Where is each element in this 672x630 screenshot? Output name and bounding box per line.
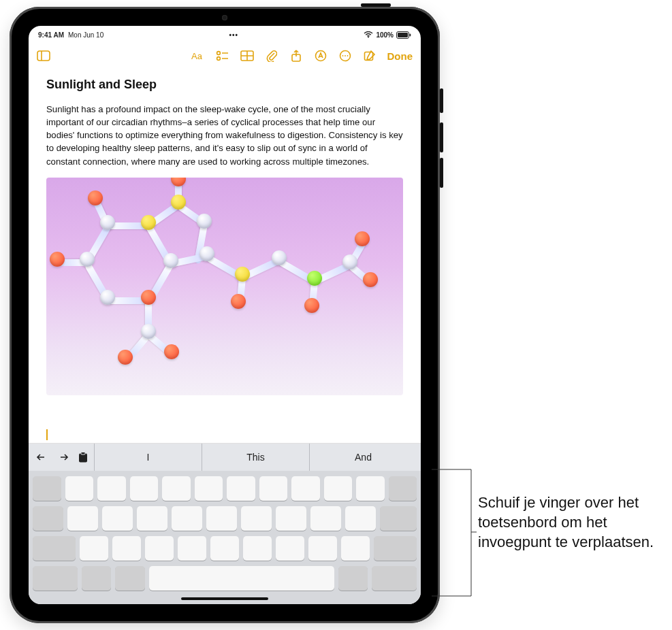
svg-point-0: [368, 37, 369, 38]
blank-key[interactable]: [259, 476, 288, 501]
svg-rect-4: [37, 51, 50, 61]
blank-key[interactable]: [338, 566, 368, 591]
keyboard-keys-area[interactable]: [29, 471, 421, 593]
keyboard-toolbar: I This And: [29, 444, 421, 471]
blank-key[interactable]: [33, 476, 61, 501]
text-cursor: [46, 429, 48, 440]
blank-key[interactable]: [172, 506, 202, 531]
blank-key[interactable]: [341, 536, 370, 561]
blank-key[interactable]: [195, 476, 223, 501]
blank-key[interactable]: [67, 506, 98, 531]
svg-point-9: [217, 57, 220, 61]
blank-key[interactable]: [241, 506, 272, 531]
share-icon[interactable]: [289, 49, 303, 63]
undo-icon[interactable]: [33, 448, 52, 467]
ipad-device: 9:41 AM Mon Jun 10 ••• 100%: [10, 7, 440, 623]
blank-key[interactable]: [112, 536, 141, 561]
blank-key[interactable]: [115, 566, 145, 591]
compose-icon[interactable]: [363, 49, 377, 63]
sidebar-toggle-icon[interactable]: [37, 49, 50, 63]
note-content[interactable]: Sunlight and Sleep Sunlight has a profou…: [29, 69, 421, 445]
power-button: [440, 88, 443, 113]
svg-point-18: [345, 55, 346, 56]
svg-point-19: [347, 55, 348, 56]
prediction-bar: I This And: [94, 444, 417, 471]
blank-key[interactable]: [345, 506, 376, 531]
blank-key-space[interactable]: [149, 566, 334, 591]
note-body: Sunlight has a profound impact on the sl…: [46, 103, 403, 168]
prediction-2[interactable]: This: [202, 444, 309, 471]
prediction-3[interactable]: And: [309, 444, 417, 471]
callout-text: Schuif je vinger over het toetsenbord om…: [478, 493, 662, 552]
blank-key[interactable]: [178, 536, 206, 561]
blank-key[interactable]: [227, 476, 255, 501]
blank-key[interactable]: [356, 476, 385, 501]
status-time: 9:41 AM: [38, 31, 64, 39]
volume-up-button: [440, 122, 443, 152]
screen: 9:41 AM Mon Jun 10 ••• 100%: [29, 26, 421, 604]
blank-key[interactable]: [33, 536, 76, 561]
svg-text:Aa: Aa: [191, 51, 203, 61]
blank-key[interactable]: [80, 536, 108, 561]
status-bar: 9:41 AM Mon Jun 10 ••• 100%: [29, 26, 421, 42]
battery-pct: 100%: [376, 31, 394, 39]
app-toolbar: Aa: [29, 42, 421, 69]
svg-rect-3: [409, 33, 411, 36]
note-title: Sunlight and Sleep: [46, 78, 403, 92]
markup-icon[interactable]: [314, 49, 327, 63]
blank-key[interactable]: [206, 506, 237, 531]
blank-key[interactable]: [82, 566, 112, 591]
blank-key[interactable]: [65, 476, 94, 501]
blank-key[interactable]: [310, 506, 341, 531]
status-date: Mon Jun 10: [68, 31, 103, 39]
svg-rect-2: [398, 33, 408, 37]
blank-key[interactable]: [130, 476, 159, 501]
note-image-molecule[interactable]: [46, 178, 403, 395]
blank-key[interactable]: [380, 506, 417, 531]
blank-key[interactable]: [145, 536, 174, 561]
blank-key[interactable]: [97, 476, 126, 501]
keyboard-trackpad-mode[interactable]: I This And: [29, 444, 421, 604]
home-indicator[interactable]: [29, 593, 421, 604]
wifi-icon: [364, 31, 373, 38]
blank-key[interactable]: [137, 506, 167, 531]
front-camera: [222, 15, 227, 20]
attach-icon[interactable]: [265, 49, 278, 63]
redo-icon[interactable]: [53, 448, 72, 467]
table-icon[interactable]: [240, 49, 254, 63]
blank-key[interactable]: [210, 536, 239, 561]
blank-key[interactable]: [291, 476, 320, 501]
blank-key[interactable]: [162, 476, 191, 501]
blank-key[interactable]: [276, 506, 306, 531]
blank-key[interactable]: [374, 536, 417, 561]
done-button[interactable]: Done: [387, 50, 413, 62]
blank-key[interactable]: [324, 476, 353, 501]
multitask-dots-icon[interactable]: •••: [226, 31, 241, 39]
blank-key[interactable]: [308, 536, 337, 561]
blank-key[interactable]: [33, 506, 63, 531]
blank-key[interactable]: [372, 566, 417, 591]
checklist-icon[interactable]: [216, 49, 229, 63]
top-button: [361, 3, 391, 7]
blank-key[interactable]: [276, 536, 304, 561]
blank-key[interactable]: [33, 566, 78, 591]
clipboard-icon[interactable]: [74, 448, 93, 467]
svg-point-7: [217, 52, 220, 55]
more-icon[interactable]: [338, 49, 352, 63]
volume-down-button: [440, 158, 443, 188]
blank-key[interactable]: [389, 476, 417, 501]
svg-point-17: [342, 55, 343, 56]
text-format-icon[interactable]: Aa: [191, 49, 205, 63]
prediction-1[interactable]: I: [94, 444, 202, 471]
blank-key[interactable]: [102, 506, 133, 531]
battery-icon: [396, 31, 411, 39]
molecule-graphic: [46, 178, 403, 395]
svg-rect-22: [81, 452, 85, 454]
blank-key[interactable]: [243, 536, 272, 561]
